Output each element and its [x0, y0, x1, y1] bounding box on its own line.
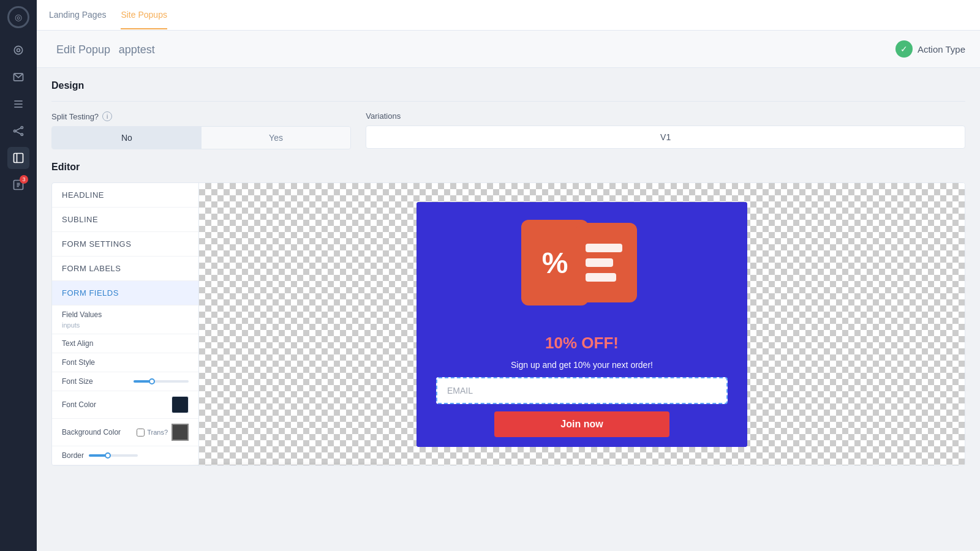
- svg-point-1: [17, 49, 20, 52]
- tag-line-2: [586, 258, 613, 267]
- check-icon: ✓: [895, 40, 913, 58]
- sidebar: ◎ 3: [0, 0, 37, 551]
- lines-tag: [576, 223, 637, 302]
- panel-form-settings[interactable]: FORM SETTINGS: [52, 232, 198, 257]
- info-icon[interactable]: i: [102, 111, 112, 121]
- split-testing-toggle: No Yes: [51, 126, 351, 149]
- font-color-row: Font Color: [52, 391, 198, 419]
- sidebar-reports[interactable]: 3: [7, 174, 29, 196]
- nav-site-popups[interactable]: Site Popups: [121, 1, 167, 29]
- svg-line-10: [16, 132, 21, 134]
- toggle-no[interactable]: No: [52, 127, 202, 149]
- border-row: Border: [52, 446, 198, 465]
- split-testing-col: Split Testing? i No Yes: [51, 111, 351, 149]
- panel-form-fields[interactable]: FORM FIELDS: [52, 281, 198, 305]
- popup-preview-card: % 10% OFF! Sign up and get 10% your n: [417, 202, 747, 447]
- svg-point-6: [14, 130, 16, 132]
- split-testing-label: Split Testing? i: [51, 111, 351, 121]
- popup-subtitle: Sign up and get 10% your next order!: [511, 360, 653, 370]
- tag-line-1: [586, 244, 622, 252]
- svg-point-0: [14, 46, 22, 54]
- font-style-row: Font Style: [52, 353, 198, 372]
- editor-layout: HEADLINE SUBLINE FORM SETTINGS FORM LABE…: [51, 182, 965, 466]
- sidebar-mail[interactable]: [7, 66, 29, 88]
- sidebar-editor[interactable]: [7, 147, 29, 169]
- discount-text: 10% OFF!: [545, 334, 619, 353]
- svg-point-8: [21, 133, 23, 135]
- join-now-button[interactable]: Join now: [494, 411, 669, 437]
- action-type-button[interactable]: ✓ Action Type: [895, 40, 965, 58]
- panel-subline[interactable]: SUBLINE: [52, 208, 198, 232]
- sidebar-connect[interactable]: [7, 120, 29, 142]
- nav-landing-pages[interactable]: Landing Pages: [49, 1, 106, 29]
- panel-headline[interactable]: HEADLINE: [52, 183, 198, 208]
- logo-icon[interactable]: ◎: [7, 6, 29, 28]
- page-header: Edit Popup apptest ✓ Action Type: [37, 31, 980, 68]
- toggle-yes[interactable]: Yes: [202, 127, 351, 149]
- popup-bottom-content: 10% OFF! Sign up and get 10% your next o…: [417, 324, 747, 447]
- sidebar-list[interactable]: [7, 93, 29, 115]
- top-navigation: Landing Pages Site Popups: [37, 0, 980, 31]
- editor-section: Editor HEADLINE SUBLINE FORM SETTINGS FO…: [51, 162, 965, 466]
- design-title: Design: [51, 80, 965, 91]
- content-area: Design Split Testing? i No Yes Variation…: [37, 68, 980, 551]
- font-color-swatch[interactable]: [172, 396, 189, 413]
- text-align-row: Text Align: [52, 334, 198, 353]
- variations-col: Variations V1: [366, 111, 965, 149]
- divider: [51, 101, 965, 102]
- panel-form-labels[interactable]: FORM LABELS: [52, 257, 198, 281]
- email-placeholder[interactable]: EMAIL: [436, 377, 728, 404]
- svg-rect-11: [14, 154, 23, 163]
- sidebar-dashboard[interactable]: [7, 39, 29, 61]
- main-content: Landing Pages Site Popups Edit Popup app…: [37, 0, 980, 551]
- bg-color-swatch[interactable]: [172, 424, 189, 441]
- variations-value: V1: [366, 126, 965, 149]
- page-title: Edit Popup apptest: [51, 42, 155, 56]
- font-size-row: Font Size: [52, 372, 198, 391]
- field-values-sub-panel: Field Values inputs: [52, 305, 198, 334]
- background-color-row: Background Color Trans?: [52, 419, 198, 446]
- svg-point-7: [21, 127, 23, 129]
- popup-preview-area: % 10% OFF! Sign up and get 10% your n: [199, 183, 965, 465]
- trans-checkbox-group: Trans?: [137, 429, 168, 437]
- field-values-label: inputs: [62, 321, 189, 329]
- editor-left-panel: HEADLINE SUBLINE FORM SETTINGS FORM LABE…: [52, 183, 199, 465]
- editor-title: Editor: [51, 162, 965, 173]
- popup-image-area: %: [417, 202, 747, 324]
- svg-line-9: [16, 128, 21, 130]
- tag-line-3: [586, 273, 616, 282]
- variations-label: Variations: [366, 111, 965, 121]
- field-values-title: Field Values: [62, 310, 189, 319]
- trans-checkbox[interactable]: [137, 429, 145, 437]
- reports-badge: 3: [20, 175, 28, 184]
- split-testing-row: Split Testing? i No Yes Variations V1: [51, 111, 965, 149]
